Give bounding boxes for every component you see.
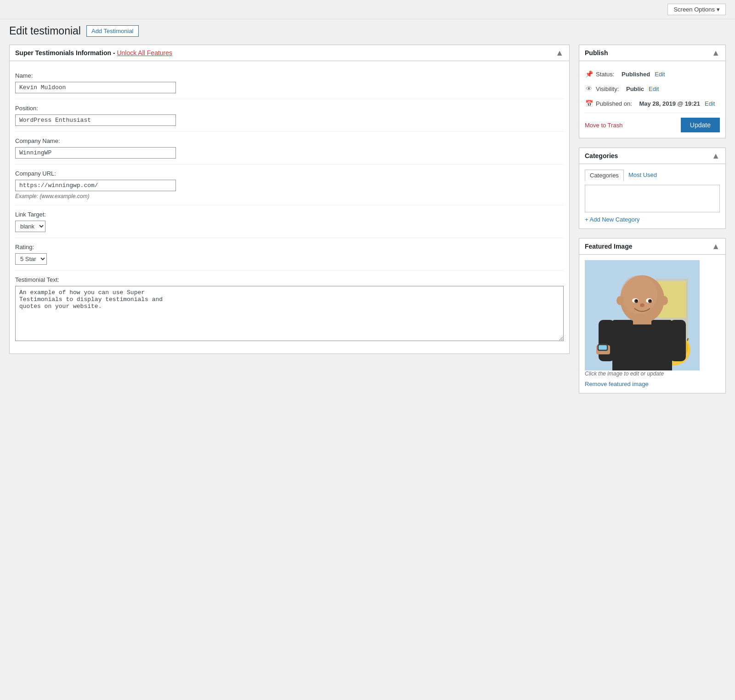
published-on-value: May 28, 2019 @ 19:21 [639,100,700,107]
main-layout: Super Testimonials Information - Unlock … [0,45,735,412]
featured-image-collapse-icon[interactable]: ▲ [712,242,720,250]
screen-options-button[interactable]: Screen Options ▾ [667,4,726,15]
svg-point-16 [650,300,651,302]
company-url-field-group: Company URL: Example: (www.example.com) [15,165,564,205]
name-label: Name: [15,72,564,79]
featured-image-box: Featured Image ▲ [579,238,726,393]
visibility-label: Visibility: [596,85,619,92]
calendar-icon: 📅 [585,100,593,107]
super-testimonials-box: Super Testimonials Information - Unlock … [9,45,570,354]
publish-box: Publish ▲ 📌 Status: Published Edit 👁 Vis… [579,45,726,138]
svg-point-19 [661,296,668,305]
featured-image-thumbnail[interactable] [585,260,720,370]
status-edit-link[interactable]: Edit [655,71,665,78]
featured-image-box-body: Click the image to edit or update Remove… [579,255,725,393]
categories-box: Categories ▲ Categories Most Used + Add … [579,148,726,229]
categories-collapse-icon[interactable]: ▲ [712,152,720,160]
svg-point-15 [636,300,638,302]
screen-options-label: Screen Options [673,6,715,13]
publish-box-title: Publish [585,49,608,57]
add-new-category-link[interactable]: + Add New Category [585,216,640,223]
svg-rect-20 [599,320,615,361]
published-on-label: Published on: [596,100,632,107]
pin-icon: 📌 [585,70,593,78]
add-testimonial-button[interactable]: Add Testimonial [86,25,139,37]
link-target-select[interactable]: blank self [15,221,45,232]
categories-box-title: Categories [585,152,618,159]
publish-actions: Move to Trash Update [585,113,720,132]
featured-image-box-header: Featured Image ▲ [579,239,725,255]
publish-box-body: 📌 Status: Published Edit 👁 Visibility: P… [579,61,725,138]
testimonial-text-textarea[interactable]: An example of how you can use Super Test… [15,286,564,341]
publish-date-row: 📅 Published on: May 28, 2019 @ 19:21 Edi… [585,96,720,111]
position-field-group: Position: [15,99,564,132]
name-input[interactable] [15,82,176,93]
page-title: Edit testimonial [9,25,81,37]
company-name-field-group: Company Name: [15,132,564,165]
name-field-group: Name: [15,67,564,99]
left-column: Super Testimonials Information - Unlock … [9,45,570,363]
featured-image-svg [585,260,700,370]
page-header: Edit testimonial Add Testimonial [0,19,735,45]
title-prefix-text: Super Testimonials Information - [15,49,117,57]
move-to-trash-link[interactable]: Move to Trash [585,122,622,129]
unlock-all-features-link[interactable]: Unlock All Features [117,49,172,57]
publish-visibility-row: 👁 Visibility: Public Edit [585,81,720,96]
categories-box-header: Categories ▲ [579,148,725,164]
categories-box-body: Categories Most Used + Add New Category [579,164,725,228]
svg-rect-21 [670,320,686,361]
company-url-hint: Example: (www.example.com) [15,193,564,199]
testimonial-text-label: Testimonial Text: [15,276,564,283]
update-button[interactable]: Update [681,118,720,132]
categories-list-area [585,185,720,212]
featured-image-caption: Click the image to edit or update [585,370,720,377]
link-target-field-group: Link Target: blank self [15,205,564,238]
collapse-icon[interactable]: ▲ [555,49,564,57]
super-testimonials-title: Super Testimonials Information - Unlock … [15,49,172,57]
svg-point-10 [621,275,657,314]
svg-point-17 [640,303,645,307]
position-label: Position: [15,105,564,112]
status-label: Status: [596,71,614,78]
published-on-edit-link[interactable]: Edit [705,100,715,107]
svg-rect-24 [599,345,607,350]
tab-categories[interactable]: Categories [585,170,624,181]
remove-featured-image-link[interactable]: Remove featured image [585,381,649,387]
rating-select[interactable]: 1 Star 2 Star 3 Star 4 Star 5 Star [15,253,47,265]
company-name-input[interactable] [15,147,176,159]
publish-collapse-icon[interactable]: ▲ [712,49,720,57]
super-testimonials-header: Super Testimonials Information - Unlock … [10,45,569,61]
featured-image-box-title: Featured Image [585,243,632,250]
visibility-edit-link[interactable]: Edit [649,85,659,92]
super-testimonials-body: Name: Position: Company Name: Company UR… [10,61,569,353]
svg-rect-7 [612,320,672,370]
company-url-label: Company URL: [15,170,564,177]
testimonial-text-field-group: Testimonial Text: An example of how you … [15,271,564,348]
eye-icon: 👁 [585,85,593,92]
chevron-down-icon: ▾ [717,6,720,13]
visibility-value: Public [626,85,644,92]
right-column: Publish ▲ 📌 Status: Published Edit 👁 Vis… [579,45,726,403]
position-input[interactable] [15,114,176,126]
company-name-label: Company Name: [15,137,564,144]
link-target-label: Link Target: [15,211,564,218]
top-bar: Screen Options ▾ [0,0,735,19]
status-value: Published [622,71,650,78]
rating-label: Rating: [15,244,564,250]
publish-box-header: Publish ▲ [579,45,725,61]
rating-field-group: Rating: 1 Star 2 Star 3 Star 4 Star 5 St… [15,238,564,271]
company-url-input[interactable] [15,180,176,191]
categories-tabs: Categories Most Used [585,170,720,181]
publish-status-row: 📌 Status: Published Edit [585,67,720,81]
tab-most-used[interactable]: Most Used [624,170,662,181]
svg-point-18 [616,296,624,305]
